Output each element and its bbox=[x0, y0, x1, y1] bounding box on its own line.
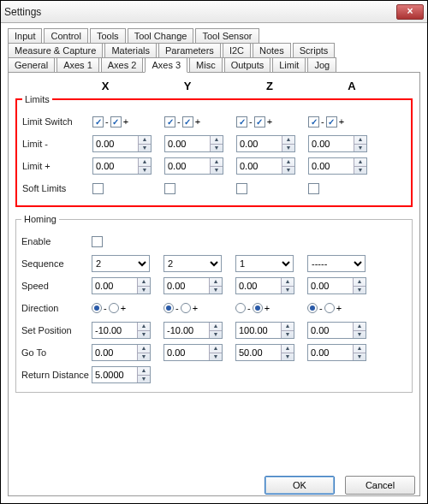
chevron-down-icon[interactable]: ▼ bbox=[210, 353, 222, 361]
chevron-down-icon[interactable]: ▼ bbox=[354, 145, 366, 152]
chevron-up-icon[interactable]: ▲ bbox=[138, 345, 150, 353]
chevron-down-icon[interactable]: ▼ bbox=[282, 287, 294, 294]
limit-switch-plus-X-checkbox[interactable] bbox=[110, 116, 122, 127]
chevron-up-icon[interactable]: ▲ bbox=[354, 158, 366, 167]
direction-Z-plus-radio[interactable] bbox=[253, 303, 263, 313]
chevron-up-icon[interactable]: ▲ bbox=[139, 136, 151, 145]
tab-parameters[interactable]: Parameters bbox=[158, 43, 221, 58]
set-position-X-input[interactable] bbox=[92, 323, 137, 338]
goto-Z-spinner[interactable]: ▲▼ bbox=[235, 344, 294, 361]
limit-switch-plus-Y-checkbox[interactable] bbox=[182, 116, 193, 127]
goto-Y-input[interactable] bbox=[164, 345, 209, 360]
soft-limit-Z-checkbox[interactable] bbox=[236, 183, 247, 194]
goto-A-spinner[interactable]: ▲▼ bbox=[307, 344, 366, 361]
chevron-down-icon[interactable]: ▼ bbox=[138, 376, 150, 383]
limit-switch-minus-Y-checkbox[interactable] bbox=[164, 116, 175, 127]
chevron-up-icon[interactable]: ▲ bbox=[282, 323, 294, 331]
soft-limit-X-checkbox[interactable] bbox=[92, 183, 104, 194]
direction-Y-minus-radio[interactable] bbox=[163, 303, 174, 313]
chevron-up-icon[interactable]: ▲ bbox=[139, 158, 151, 167]
tab-scripts[interactable]: Scripts bbox=[293, 43, 336, 58]
chevron-up-icon[interactable]: ▲ bbox=[282, 136, 294, 145]
tab-general[interactable]: General bbox=[8, 57, 55, 73]
chevron-up-icon[interactable]: ▲ bbox=[211, 136, 223, 145]
return-distance-input[interactable] bbox=[92, 367, 137, 382]
limit-minus-Y-spinner[interactable]: ▲▼ bbox=[164, 135, 223, 152]
speed-X-spinner[interactable]: ▲▼ bbox=[92, 277, 151, 294]
chevron-up-icon[interactable]: ▲ bbox=[354, 278, 366, 287]
chevron-down-icon[interactable]: ▼ bbox=[211, 145, 223, 152]
chevron-down-icon[interactable]: ▼ bbox=[211, 167, 223, 175]
chevron-down-icon[interactable]: ▼ bbox=[282, 331, 294, 339]
set-position-Z-input[interactable] bbox=[236, 323, 281, 338]
limit-plus-Y-input[interactable] bbox=[165, 158, 210, 174]
speed-Z-input[interactable] bbox=[236, 278, 281, 294]
set-position-Y-spinner[interactable]: ▲▼ bbox=[163, 322, 223, 339]
chevron-up-icon[interactable]: ▲ bbox=[138, 278, 150, 287]
limit-minus-Z-spinner[interactable]: ▲▼ bbox=[236, 135, 295, 152]
limit-plus-Z-input[interactable] bbox=[237, 158, 282, 174]
enable-checkbox[interactable] bbox=[92, 236, 103, 247]
cancel-button[interactable]: Cancel bbox=[345, 476, 415, 495]
tab-tool-sensor[interactable]: Tool Sensor bbox=[195, 28, 259, 44]
chevron-up-icon[interactable]: ▲ bbox=[210, 278, 222, 287]
limit-minus-X-spinner[interactable]: ▲▼ bbox=[92, 135, 152, 152]
chevron-down-icon[interactable]: ▼ bbox=[354, 331, 366, 339]
goto-X-input[interactable] bbox=[92, 345, 137, 360]
chevron-down-icon[interactable]: ▼ bbox=[139, 167, 151, 175]
limit-plus-A-input[interactable] bbox=[309, 158, 354, 174]
chevron-up-icon[interactable]: ▲ bbox=[282, 278, 294, 287]
chevron-up-icon[interactable]: ▲ bbox=[138, 323, 150, 331]
tab-measure-capture[interactable]: Measure & Capture bbox=[8, 43, 103, 58]
tab-notes[interactable]: Notes bbox=[253, 43, 291, 58]
limit-switch-minus-A-checkbox[interactable] bbox=[308, 116, 319, 127]
set-position-X-spinner[interactable]: ▲▼ bbox=[92, 322, 151, 339]
direction-Y-plus-radio[interactable] bbox=[181, 303, 191, 313]
sequence-Z-select[interactable]: 1 bbox=[235, 255, 294, 272]
chevron-down-icon[interactable]: ▼ bbox=[210, 287, 222, 294]
sequence-Y-select[interactable]: 2 bbox=[163, 255, 222, 272]
chevron-up-icon[interactable]: ▲ bbox=[210, 323, 222, 331]
direction-A-plus-radio[interactable] bbox=[324, 303, 335, 313]
limit-switch-plus-Z-checkbox[interactable] bbox=[254, 116, 265, 127]
chevron-up-icon[interactable]: ▲ bbox=[211, 158, 223, 167]
ok-button[interactable]: OK bbox=[265, 476, 335, 495]
tab-axes-2[interactable]: Axes 2 bbox=[101, 57, 144, 73]
tab-jog[interactable]: Jog bbox=[307, 57, 336, 73]
limit-minus-A-spinner[interactable]: ▲▼ bbox=[308, 135, 367, 152]
limit-switch-minus-X-checkbox[interactable] bbox=[92, 116, 104, 127]
set-position-A-spinner[interactable]: ▲▼ bbox=[307, 322, 366, 339]
chevron-down-icon[interactable]: ▼ bbox=[282, 145, 294, 152]
direction-X-plus-radio[interactable] bbox=[109, 303, 119, 313]
chevron-up-icon[interactable]: ▲ bbox=[354, 323, 366, 331]
goto-X-spinner[interactable]: ▲▼ bbox=[92, 344, 151, 361]
return-distance-spinner[interactable]: ▲▼ bbox=[92, 366, 151, 383]
chevron-up-icon[interactable]: ▲ bbox=[354, 136, 366, 145]
limit-plus-X-spinner[interactable]: ▲▼ bbox=[92, 157, 152, 175]
speed-Y-input[interactable] bbox=[164, 278, 209, 294]
chevron-down-icon[interactable]: ▼ bbox=[139, 145, 151, 152]
close-icon[interactable]: × bbox=[396, 4, 424, 20]
direction-Z-minus-radio[interactable] bbox=[235, 303, 246, 313]
chevron-up-icon[interactable]: ▲ bbox=[210, 345, 222, 353]
goto-Z-input[interactable] bbox=[236, 345, 281, 360]
sequence-A-select[interactable]: ----- bbox=[307, 255, 366, 272]
tab-outputs[interactable]: Outputs bbox=[224, 57, 271, 73]
direction-A-minus-radio[interactable] bbox=[307, 303, 318, 313]
tab-materials[interactable]: Materials bbox=[104, 43, 157, 58]
chevron-down-icon[interactable]: ▼ bbox=[138, 287, 150, 294]
chevron-up-icon[interactable]: ▲ bbox=[354, 345, 366, 353]
chevron-down-icon[interactable]: ▼ bbox=[282, 353, 294, 361]
tab-control[interactable]: Control bbox=[44, 28, 87, 44]
chevron-up-icon[interactable]: ▲ bbox=[282, 345, 294, 353]
speed-A-input[interactable] bbox=[308, 278, 353, 294]
limit-minus-Y-input[interactable] bbox=[165, 136, 210, 151]
goto-Y-spinner[interactable]: ▲▼ bbox=[163, 344, 223, 361]
speed-A-spinner[interactable]: ▲▼ bbox=[307, 277, 366, 294]
chevron-up-icon[interactable]: ▲ bbox=[282, 158, 294, 167]
tab-axes-1[interactable]: Axes 1 bbox=[56, 57, 99, 73]
chevron-down-icon[interactable]: ▼ bbox=[354, 353, 366, 361]
set-position-Z-spinner[interactable]: ▲▼ bbox=[235, 322, 294, 339]
chevron-down-icon[interactable]: ▼ bbox=[210, 331, 222, 339]
tab-limit[interactable]: Limit bbox=[272, 57, 306, 73]
